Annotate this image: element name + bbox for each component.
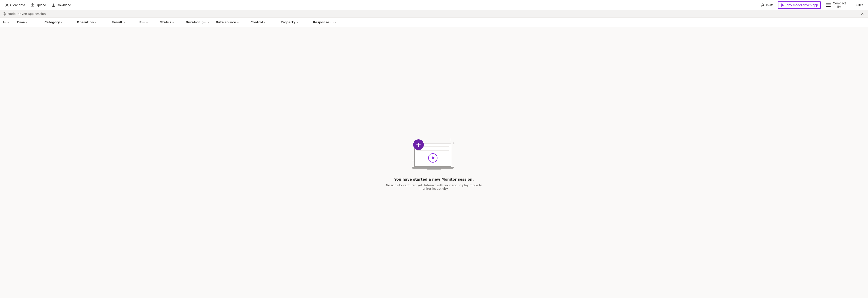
- close-info-button[interactable]: ✕: [860, 11, 865, 17]
- chevron-down-icon: ⌄: [296, 21, 298, 23]
- col-header-category[interactable]: Category ⌄: [42, 18, 74, 27]
- col-header-result[interactable]: Result ⌄: [109, 18, 136, 27]
- close-icon: [5, 3, 9, 7]
- session-label: Model-driven app session: [7, 12, 46, 16]
- sparkle-icon: +: [412, 159, 414, 163]
- plus-circle-icon: +: [413, 139, 424, 150]
- compact-list-button[interactable]: Compact list: [823, 0, 850, 10]
- download-icon: [52, 3, 55, 7]
- col-header-control[interactable]: Control ⌄: [248, 18, 278, 27]
- filter-button[interactable]: Filter: [852, 2, 865, 8]
- svg-point-2: [762, 4, 764, 5]
- svg-marker-3: [781, 3, 784, 7]
- play-model-driven-app-button[interactable]: Play model-driven app: [778, 1, 821, 9]
- col-header-response[interactable]: Response ... ⌄: [310, 18, 347, 27]
- chevron-down-icon: ⌄: [264, 21, 266, 23]
- toolbar: Clear data Upload Download Invite: [0, 0, 868, 10]
- upload-icon: [31, 3, 34, 7]
- info-icon: [3, 12, 6, 16]
- upload-button[interactable]: Upload: [28, 2, 49, 8]
- col-header-property[interactable]: Property ⌄: [278, 18, 310, 27]
- play-icon: [781, 3, 784, 7]
- chevron-down-icon: ⌄: [61, 21, 62, 23]
- main-content: + | + +: [0, 27, 868, 298]
- list-icon: [825, 2, 831, 8]
- download-button[interactable]: Download: [49, 2, 73, 8]
- col-header-time[interactable]: Time ⌄: [14, 18, 42, 27]
- chevron-down-icon: ⌄: [172, 21, 174, 23]
- col-header-duration[interactable]: Duration (... ⌄: [183, 18, 213, 27]
- chevron-down-icon: ⌄: [95, 21, 96, 23]
- col-header-operation[interactable]: Operation ⌄: [74, 18, 109, 27]
- col-header-datasource[interactable]: Data source ⌄: [213, 18, 248, 27]
- chevron-down-icon: ⌄: [123, 21, 125, 23]
- col-header-status[interactable]: Status ⌄: [157, 18, 183, 27]
- empty-state-illustration: + | + +: [411, 135, 457, 172]
- chevron-down-icon: ⌄: [207, 21, 209, 23]
- chevron-down-icon: ⌄: [237, 21, 239, 23]
- col-header-r[interactable]: R... ⌄: [136, 18, 157, 27]
- toolbar-right: Invite Play model-driven app Compact lis…: [758, 0, 865, 10]
- empty-state-subtitle: No activity captured yet. Interact with …: [383, 184, 485, 190]
- chevron-down-icon: ⌄: [146, 21, 148, 23]
- empty-state-title: You have started a new Monitor session.: [394, 178, 474, 182]
- person-icon: [761, 3, 765, 7]
- invite-button[interactable]: Invite: [758, 2, 776, 8]
- col-header-id[interactable]: I.. ⌄: [0, 18, 14, 27]
- chevron-down-icon: ⌄: [335, 21, 337, 23]
- info-bar: Model-driven app session ✕: [0, 10, 868, 18]
- column-headers: I.. ⌄ Time ⌄ Category ⌄ Operation ⌄ Resu…: [0, 18, 868, 27]
- chevron-down-icon: [847, 4, 848, 6]
- svg-point-9: [4, 13, 5, 13]
- chevron-down-icon: ⌄: [26, 21, 28, 23]
- chevron-down-icon: ⌄: [7, 21, 9, 23]
- clear-data-button[interactable]: Clear data: [3, 2, 28, 8]
- sparkle-icon: |: [451, 138, 452, 141]
- toolbar-left: Clear data Upload Download: [3, 2, 757, 8]
